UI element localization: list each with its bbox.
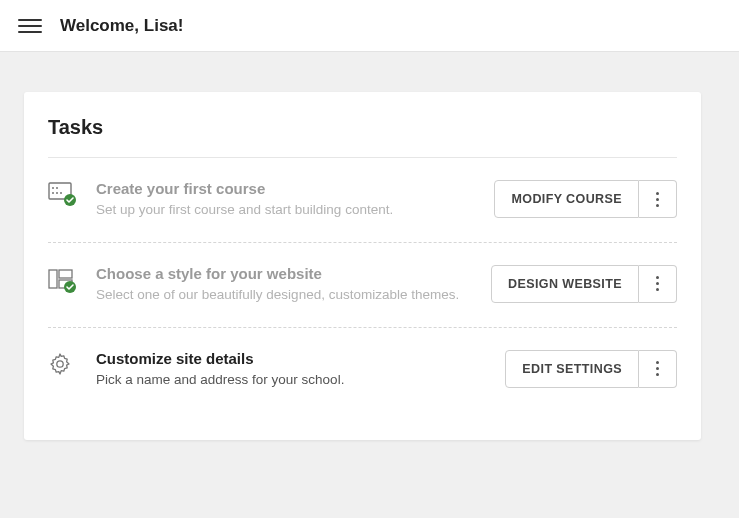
top-bar: Welcome, Lisa! bbox=[0, 0, 739, 52]
design-website-button[interactable]: DESIGN WEBSITE bbox=[491, 265, 639, 303]
style-icon bbox=[48, 265, 78, 295]
card-title: Tasks bbox=[48, 116, 677, 139]
more-button[interactable] bbox=[639, 350, 677, 388]
more-vertical-icon bbox=[656, 192, 659, 207]
more-button[interactable] bbox=[639, 265, 677, 303]
svg-point-8 bbox=[57, 361, 63, 367]
modify-course-button[interactable]: MODIFY COURSE bbox=[494, 180, 639, 218]
task-row: Create your first course Set up your fir… bbox=[48, 158, 677, 242]
task-actions: DESIGN WEBSITE bbox=[491, 265, 677, 303]
tasks-card: Tasks Create your first course Set up yo… bbox=[24, 92, 701, 440]
menu-icon[interactable] bbox=[18, 14, 42, 38]
settings-icon bbox=[48, 350, 78, 376]
task-desc: Select one of our beautifully designed, … bbox=[96, 286, 473, 305]
course-icon bbox=[48, 180, 78, 208]
task-text: Choose a style for your website Select o… bbox=[96, 265, 473, 305]
task-actions: EDIT SETTINGS bbox=[505, 350, 677, 388]
svg-rect-4 bbox=[49, 270, 57, 288]
svg-rect-5 bbox=[59, 270, 72, 278]
task-row: Choose a style for your website Select o… bbox=[48, 243, 677, 327]
task-desc: Pick a name and address for your school. bbox=[96, 371, 487, 390]
task-title: Create your first course bbox=[96, 180, 476, 197]
task-row: Customize site details Pick a name and a… bbox=[48, 328, 677, 412]
more-button[interactable] bbox=[639, 180, 677, 218]
more-vertical-icon bbox=[656, 361, 659, 376]
task-text: Customize site details Pick a name and a… bbox=[96, 350, 487, 390]
welcome-text: Welcome, Lisa! bbox=[60, 16, 183, 36]
task-actions: MODIFY COURSE bbox=[494, 180, 677, 218]
more-vertical-icon bbox=[656, 276, 659, 291]
task-desc: Set up your first course and start build… bbox=[96, 201, 476, 220]
task-title: Choose a style for your website bbox=[96, 265, 473, 282]
task-text: Create your first course Set up your fir… bbox=[96, 180, 476, 220]
task-title: Customize site details bbox=[96, 350, 487, 367]
edit-settings-button[interactable]: EDIT SETTINGS bbox=[505, 350, 639, 388]
